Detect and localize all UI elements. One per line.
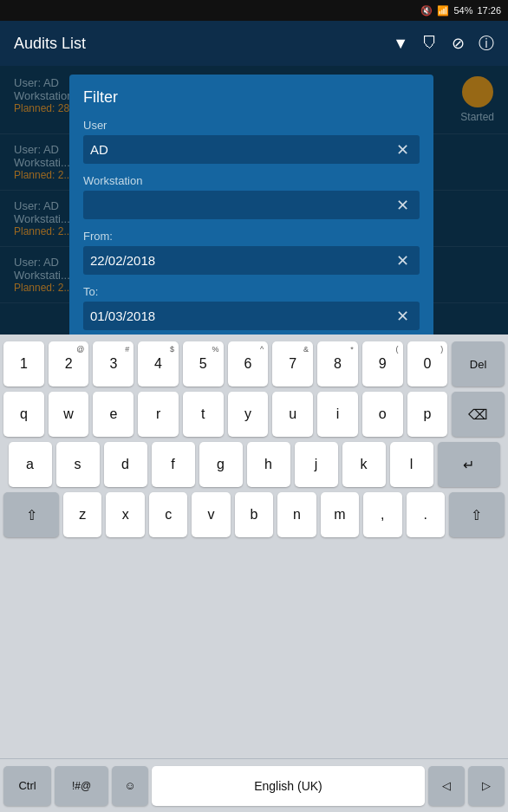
filter-to-row: ✕ bbox=[83, 302, 420, 330]
key-9[interactable]: (9 bbox=[362, 341, 403, 387]
key-3[interactable]: #3 bbox=[93, 341, 134, 387]
key-ctrl[interactable]: Ctrl bbox=[3, 766, 51, 806]
key-backspace[interactable]: ⌫ bbox=[452, 392, 505, 437]
key-s[interactable]: s bbox=[56, 442, 100, 487]
app-bar: Audits List ▼ ⛉ ⊘ ⓘ bbox=[0, 21, 508, 66]
keyboard-bottom-bar: Ctrl !#@ ☺ English (UK) ◁ ▷ bbox=[0, 758, 508, 812]
filter-from-row: ✕ bbox=[83, 246, 420, 275]
key-special-chars[interactable]: !#@ bbox=[55, 766, 108, 806]
keyboard-area: 1 @2 #3 $4 %5 ^6 &7 *8 (9 )0 Del q w e r… bbox=[0, 335, 508, 812]
keyboard-row2: a s d f g h j k l ↵ bbox=[3, 442, 505, 487]
key-space[interactable]: English (UK) bbox=[152, 766, 425, 806]
key-del[interactable]: Del bbox=[452, 341, 505, 387]
keyboard-number-row: 1 @2 #3 $4 %5 ^6 &7 *8 (9 )0 Del bbox=[3, 341, 505, 387]
key-e[interactable]: e bbox=[93, 392, 134, 437]
filter-user-input[interactable] bbox=[90, 135, 393, 164]
key-4[interactable]: $4 bbox=[138, 341, 179, 387]
key-y[interactable]: y bbox=[228, 392, 269, 437]
key-2[interactable]: @2 bbox=[49, 341, 89, 387]
key-c[interactable]: c bbox=[149, 492, 187, 537]
key-x[interactable]: x bbox=[106, 492, 144, 537]
block-icon[interactable]: ⊘ bbox=[452, 34, 465, 53]
key-shift-left[interactable]: ⇧ bbox=[3, 492, 59, 537]
key-v[interactable]: v bbox=[192, 492, 230, 537]
status-bar: 🔇 📶 54% 17:26 bbox=[0, 0, 508, 21]
info-icon[interactable]: ⓘ bbox=[479, 33, 494, 54]
filter-user-clear[interactable]: ✕ bbox=[393, 137, 413, 163]
key-l[interactable]: l bbox=[390, 442, 433, 487]
filter-from-label: From: bbox=[83, 230, 420, 243]
battery-text: 54% bbox=[453, 5, 472, 16]
filter-icon[interactable]: ⛉ bbox=[422, 35, 438, 53]
volume-icon: 🔇 bbox=[420, 5, 433, 16]
main-content: User: AD Workstation: Ford C 140 Planned… bbox=[0, 66, 508, 335]
key-k[interactable]: k bbox=[342, 442, 386, 487]
filter-workstation-label: Workstation bbox=[83, 174, 420, 187]
key-r[interactable]: r bbox=[138, 392, 179, 437]
key-o[interactable]: o bbox=[362, 392, 403, 437]
keyboard-row3: ⇧ z x c v b n m , . ⇧ bbox=[3, 492, 505, 537]
filter-to-label: To: bbox=[83, 285, 420, 298]
key-q[interactable]: q bbox=[3, 392, 44, 437]
key-6[interactable]: ^6 bbox=[228, 341, 269, 387]
key-p[interactable]: p bbox=[407, 392, 448, 437]
key-1[interactable]: 1 bbox=[3, 341, 44, 387]
key-8[interactable]: *8 bbox=[317, 341, 358, 387]
filter-workstation-clear[interactable]: ✕ bbox=[393, 192, 413, 218]
key-a[interactable]: a bbox=[9, 442, 52, 487]
filter-user-label: User bbox=[83, 119, 420, 132]
wifi-icon[interactable]: ▼ bbox=[393, 35, 408, 53]
key-0[interactable]: )0 bbox=[407, 341, 448, 387]
filter-workstation-input[interactable] bbox=[90, 191, 393, 219]
app-bar-title: Audits List bbox=[14, 35, 86, 53]
key-right-arrow[interactable]: ▷ bbox=[468, 766, 505, 806]
key-m[interactable]: m bbox=[321, 492, 359, 537]
app-bar-actions: ▼ ⛉ ⊘ ⓘ bbox=[393, 33, 494, 54]
key-i[interactable]: i bbox=[317, 392, 358, 437]
signal-icon: 📶 bbox=[437, 5, 449, 16]
filter-to-input[interactable] bbox=[90, 302, 393, 330]
filter-from-clear[interactable]: ✕ bbox=[393, 248, 413, 274]
key-7[interactable]: &7 bbox=[272, 341, 313, 387]
key-shift-right[interactable]: ⇧ bbox=[449, 492, 505, 537]
key-period[interactable]: . bbox=[407, 492, 445, 537]
key-w[interactable]: w bbox=[49, 392, 89, 437]
key-5[interactable]: %5 bbox=[183, 341, 224, 387]
filter-title: Filter bbox=[83, 88, 420, 107]
key-left-arrow[interactable]: ◁ bbox=[428, 766, 465, 806]
key-h[interactable]: h bbox=[247, 442, 290, 487]
key-j[interactable]: j bbox=[295, 442, 338, 487]
filter-user-row: ✕ bbox=[83, 135, 420, 164]
status-bar-icons: 🔇 📶 54% 17:26 bbox=[420, 5, 501, 16]
key-d[interactable]: d bbox=[104, 442, 147, 487]
key-b[interactable]: b bbox=[235, 492, 273, 537]
filter-from-input[interactable] bbox=[90, 246, 393, 275]
key-enter[interactable]: ↵ bbox=[438, 442, 500, 487]
key-comma[interactable]: , bbox=[363, 492, 401, 537]
key-g[interactable]: g bbox=[199, 442, 243, 487]
filter-workstation-row: ✕ bbox=[83, 191, 420, 219]
key-z[interactable]: z bbox=[63, 492, 101, 537]
key-emoji[interactable]: ☺ bbox=[112, 766, 148, 806]
time-display: 17:26 bbox=[477, 5, 501, 16]
key-n[interactable]: n bbox=[277, 492, 316, 537]
filter-dialog: Filter User ✕ Workstation ✕ From: ✕ To: … bbox=[69, 75, 433, 335]
key-t[interactable]: t bbox=[183, 392, 224, 437]
keyboard-row1: q w e r t y u i o p ⌫ bbox=[3, 392, 505, 437]
key-f[interactable]: f bbox=[152, 442, 195, 487]
key-u[interactable]: u bbox=[272, 392, 313, 437]
filter-to-clear[interactable]: ✕ bbox=[393, 303, 413, 329]
keyboard-rows: 1 @2 #3 $4 %5 ^6 &7 *8 (9 )0 Del q w e r… bbox=[0, 335, 508, 758]
